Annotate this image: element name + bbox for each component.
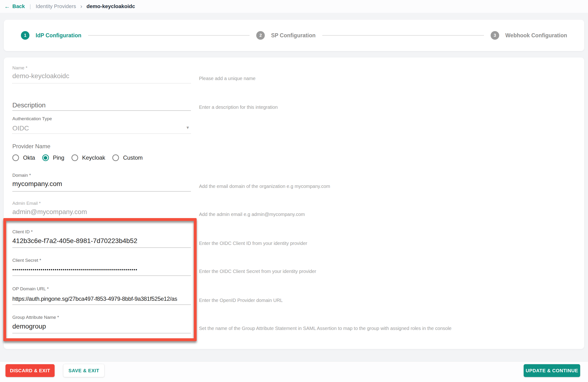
admin-email-input: admin@mycompany.com [12,208,191,216]
breadcrumb: ← Back | Identity Providers › demo-keycl… [4,3,135,10]
radio-label-okta: Okta [23,154,35,161]
op-domain-url-helper: Enter the OpenID Provider domain URL [199,297,283,303]
footer-bar: DISCARD & EXIT SAVE & EXIT UPDATE & CONT… [0,361,588,382]
step-sp-configuration[interactable]: 2 SP Configuration [256,31,315,40]
step-3-label: Webhook Configuration [505,32,567,39]
radio-unchecked-icon [112,154,119,161]
step-2-circle: 2 [256,31,265,40]
group-attribute-input[interactable]: demogroup [12,323,191,330]
radio-option-keycloak[interactable]: Keycloak [71,154,105,161]
client-secret-underline [12,276,191,276]
provider-name-label: Provider Name [12,144,50,149]
step-1-circle: 1 [21,31,29,40]
group-attribute-underline [12,333,191,333]
op-domain-url-label: OP Domain URL * [12,287,49,291]
step-3-circle: 3 [491,31,499,40]
step-webhook-configuration[interactable]: 3 Webhook Configuration [491,31,567,40]
client-secret-input[interactable]: ••••••••••••••••••••••••••••••••••••••••… [12,267,191,273]
domain-underline [12,191,191,191]
idp-configuration-form: Name * demo-keycloakoidc Please add a un… [4,58,584,349]
discard-exit-button[interactable]: DISCARD & EXIT [5,364,55,377]
op-domain-url-input[interactable]: https://auth.pingone.sg/27bca497-f853-49… [12,296,191,302]
provider-radio-group: Okta Ping Keycloak Custom [12,154,143,161]
radio-checked-icon [42,154,49,161]
radio-label-custom: Custom [123,154,143,161]
radio-unchecked-icon [12,154,19,161]
name-label: Name * [12,65,27,70]
description-input[interactable]: Description [12,102,191,109]
domain-helper: Add the email domain of the organization… [199,183,330,189]
client-id-input[interactable]: 412b3c6e-f7a2-405e-8981-7d70223b4b52 [12,237,191,245]
stepper-card: 1 IdP Configuration 2 SP Configuration 3… [4,20,584,51]
client-secret-label: Client Secret * [12,258,41,262]
step-connector-1 [88,35,250,36]
step-2-label: SP Configuration [271,32,315,39]
back-button[interactable]: ← Back [4,3,25,10]
radio-option-ping[interactable]: Ping [42,154,64,161]
client-id-underline [12,248,191,248]
radio-unchecked-icon [71,154,78,161]
save-exit-button[interactable]: SAVE & EXIT [63,364,104,377]
breadcrumb-separator: | [30,3,31,9]
group-attribute-helper: Set the name of the Group Attribute Stat… [199,325,451,331]
radio-option-okta[interactable]: Okta [12,154,35,161]
admin-email-label: Admin Email * [12,201,41,206]
admin-email-helper: Add the admin email e.g admin@mycompany.… [199,212,305,217]
chevron-right-icon: › [80,3,82,10]
op-domain-url-underline [12,305,191,305]
breadcrumb-current: demo-keycloakoidc [86,3,135,9]
dropdown-arrow-icon: ▼ [186,126,190,130]
step-1-label: IdP Configuration [36,32,82,39]
back-label: Back [12,3,25,9]
client-secret-helper: Enter the OIDC Client Secret from your i… [199,268,316,274]
domain-input[interactable]: mycompany.com [12,180,191,188]
auth-type-label: Authentication Type [12,116,52,121]
radio-label-keycloak: Keycloak [82,154,105,161]
domain-label: Domain * [12,173,31,177]
auth-type-select: OIDC [12,125,191,132]
name-helper: Please add a unique name [199,76,255,81]
description-underline [12,110,191,111]
group-attribute-label: Group Attribute Name * [12,315,59,319]
step-idp-configuration[interactable]: 1 IdP Configuration [21,31,82,40]
auth-type-underline [12,133,191,134]
radio-option-custom[interactable]: Custom [112,154,143,161]
description-helper: Enter a description for this integration [199,104,278,110]
breadcrumb-identity-providers[interactable]: Identity Providers [36,3,76,9]
name-input: demo-keycloakoidc [12,72,191,80]
admin-email-underline [12,219,191,219]
back-arrow-icon: ← [4,3,10,10]
top-header: ← Back | Identity Providers › demo-keycl… [0,0,588,13]
update-continue-button[interactable]: UPDATE & CONTINUE [524,364,580,377]
radio-label-ping: Ping [53,154,64,161]
client-id-label: Client ID * [12,230,33,234]
client-id-helper: Enter the OIDC Client ID from your ident… [199,240,307,246]
step-connector-2 [322,35,484,36]
